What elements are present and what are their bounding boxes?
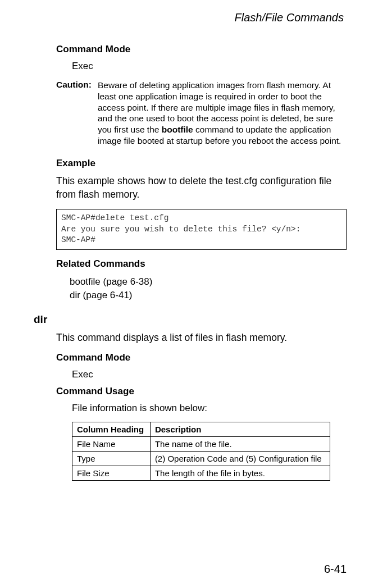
table-cell: File Name <box>72 437 151 452</box>
table-cell: Type <box>72 452 151 466</box>
code-block: SMC-AP#delete test.cfg Are you sure you … <box>56 209 347 250</box>
caution-block: Caution: Beware of deleting application … <box>56 80 347 147</box>
command-mode-heading-2: Command Mode <box>56 352 347 363</box>
command-mode-value-2: Exec <box>56 369 347 380</box>
command-mode-value-1: Exec <box>56 61 347 72</box>
table-row: File Name The name of the file. <box>72 437 330 452</box>
related-commands-list: bootfile (page 6-38) dir (page 6-41) <box>56 275 347 302</box>
code-line-2: Are you sure you wish to delete this fil… <box>61 225 300 234</box>
related-item-bootfile: bootfile (page 6-38) <box>70 275 347 289</box>
code-line-3: SMC-AP# <box>61 235 95 244</box>
related-commands-heading: Related Commands <box>56 258 347 270</box>
table-header-col1: Column Heading <box>72 422 151 437</box>
table-row: File Size The length of the file in byte… <box>72 466 330 481</box>
file-info-table: Column Heading Description File Name The… <box>72 422 330 481</box>
table-cell: (2) Operation Code and (5) Configuration… <box>150 452 330 466</box>
table-header-row: Column Heading Description <box>72 422 330 437</box>
table-cell: File Size <box>72 466 151 481</box>
table-cell: The length of the file in bytes. <box>150 466 330 481</box>
running-header: Flash/File Commands <box>34 11 344 24</box>
command-usage-heading: Command Usage <box>56 386 347 397</box>
example-heading: Example <box>56 158 347 169</box>
usage-text: File information is shown below: <box>56 403 347 414</box>
code-line-1: SMC-AP#delete test.cfg <box>61 213 168 222</box>
caution-label: Caution: <box>56 80 98 147</box>
table-header-col2: Description <box>150 422 330 437</box>
page-container: Flash/File Commands Command Mode Exec Ca… <box>0 0 369 588</box>
caution-bold-word: bootfile <box>162 125 193 134</box>
related-item-dir: dir (page 6-41) <box>70 289 347 302</box>
caution-text: Beware of deleting application images fr… <box>98 80 347 147</box>
table-cell: The name of the file. <box>150 437 330 452</box>
example-description: This example shows how to delete the tes… <box>56 175 347 201</box>
table-row: Type (2) Operation Code and (5) Configur… <box>72 452 330 466</box>
dir-description: This command displays a list of files in… <box>56 331 347 345</box>
page-number: 6-41 <box>324 563 347 576</box>
command-name-dir: dir <box>34 313 347 326</box>
content-area: Command Mode Exec Caution: Beware of del… <box>34 44 347 481</box>
command-mode-heading-1: Command Mode <box>56 44 347 55</box>
